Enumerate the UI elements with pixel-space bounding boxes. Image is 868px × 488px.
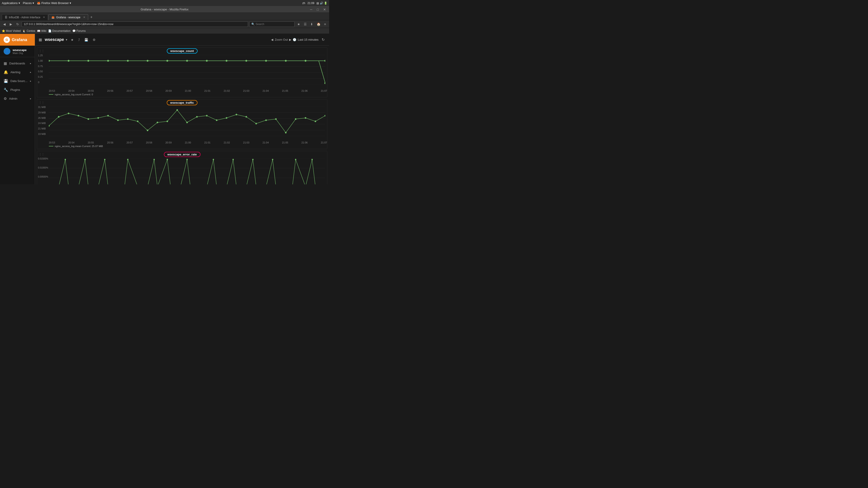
datasources-label: Data Sourc... bbox=[10, 79, 28, 83]
settings-dashboard-icon[interactable]: ⚙ bbox=[92, 37, 96, 42]
y-label-traffic-2: 26 MiB bbox=[38, 117, 46, 119]
places-arrow: ▾ bbox=[33, 1, 34, 5]
places-menu[interactable]: Places ▾ bbox=[23, 1, 34, 5]
clock-icon: 🕐 bbox=[293, 38, 296, 41]
user-avatar: 👤 bbox=[4, 48, 10, 55]
sidebar-item-dashboards[interactable]: ▦ Dashboards ▸ bbox=[0, 59, 35, 68]
chart-svg-count bbox=[49, 55, 325, 84]
star-dashboard-icon[interactable]: ★ bbox=[70, 37, 74, 42]
tab-grafana-close[interactable]: ✕ bbox=[83, 16, 85, 19]
admin-icon: ⚙ bbox=[4, 96, 7, 101]
legend-text-traffic: nginx_access_log.mean Current: 25.07 MiB bbox=[55, 145, 103, 148]
close-button[interactable]: ✕ bbox=[322, 8, 327, 11]
places-label: Places bbox=[23, 1, 32, 5]
svg-point-48 bbox=[236, 114, 237, 116]
browser-arrow: ▾ bbox=[70, 1, 71, 5]
svg-point-19 bbox=[305, 60, 307, 62]
tab-influxdb[interactable]: 🗄 InfluxDB - Admin Interface ✕ bbox=[2, 14, 48, 20]
svg-point-37 bbox=[127, 119, 129, 120]
bookmark-most-visited[interactable]: ⭐ Most Visited bbox=[2, 29, 21, 33]
tray-icons: ▤ 🔊 🔋 bbox=[316, 2, 327, 5]
legend-count: nginx_access_log.count Current: 0 bbox=[37, 92, 327, 97]
svg-point-50 bbox=[255, 123, 257, 125]
menu-icon[interactable]: ≡ bbox=[323, 22, 327, 26]
os-topbar: Applications ▾ Places ▾ 🦊 Firefox Web Br… bbox=[0, 0, 329, 6]
sidebar-item-alerting[interactable]: 🔔 Alerting ▸ bbox=[0, 68, 35, 76]
sidebar-logo[interactable]: G Grafana bbox=[0, 34, 35, 46]
svg-point-45 bbox=[206, 115, 208, 117]
search-icon: 🔍 bbox=[251, 23, 255, 26]
sidebar-item-plugins[interactable]: 🔧 Plugins bbox=[0, 86, 35, 94]
browser-title: Grafana - wsescape - Mozilla Firefox bbox=[141, 8, 188, 11]
bookmark-wiki[interactable]: 📖 Wiki bbox=[37, 29, 46, 33]
share-dashboard-icon[interactable]: ⤴ bbox=[77, 37, 81, 42]
grid-icon: ▦ bbox=[39, 37, 42, 42]
svg-point-13 bbox=[186, 60, 188, 62]
alerting-icon: 🔔 bbox=[4, 70, 8, 74]
prev-time-icon[interactable]: ◀ bbox=[271, 38, 273, 41]
panel-drag-traffic[interactable]: ⋮⋮ bbox=[39, 101, 44, 104]
browser-titlebar: Grafana - wsescape - Mozilla Firefox ─ □… bbox=[0, 6, 329, 13]
address-bar[interactable] bbox=[22, 22, 248, 27]
download-icon[interactable]: ⬇ bbox=[309, 22, 314, 26]
y-labels-traffic: 31 MiB 29 MiB 26 MiB 24 MiB 21 MiB 19 Mi… bbox=[38, 106, 46, 135]
bookmark-manage-icon[interactable]: ☰ bbox=[303, 22, 308, 26]
firefox-icon: 🦊 bbox=[37, 1, 40, 5]
sidebar-item-admin[interactable]: ⚙ Admin ▸ bbox=[0, 94, 35, 103]
svg-point-100 bbox=[252, 159, 254, 160]
svg-point-93 bbox=[104, 159, 105, 160]
tab-influxdb-close[interactable]: ✕ bbox=[43, 16, 45, 19]
os-topbar-left: Applications ▾ Places ▾ 🦊 Firefox Web Br… bbox=[2, 1, 71, 5]
svg-point-36 bbox=[117, 120, 119, 121]
panel-drag-error[interactable]: ⋮⋮ bbox=[39, 153, 44, 156]
minimize-button[interactable]: ─ bbox=[309, 8, 314, 11]
save-dashboard-icon[interactable]: 💾 bbox=[84, 37, 89, 42]
reload-button[interactable]: ↻ bbox=[15, 22, 20, 26]
legend-text-count: nginx_access_log.count Current: 0 bbox=[55, 93, 93, 96]
browser-launcher[interactable]: 🦊 Firefox Web Browser ▾ bbox=[37, 1, 71, 5]
svg-point-56 bbox=[315, 121, 316, 122]
panel-header-count: ⋮⋮ wsescape_count bbox=[37, 48, 327, 54]
tab-grafana[interactable]: 🦊 Grafana - wsescape ✕ bbox=[49, 14, 88, 20]
y-label-count-4: 0.25 bbox=[38, 75, 43, 78]
svg-point-9 bbox=[107, 60, 109, 62]
bookmarks-bar: ⭐ Most Visited 🐧 Centos 📖 Wiki 📄 Documen… bbox=[0, 28, 329, 34]
maximize-button[interactable]: □ bbox=[315, 8, 320, 11]
back-button[interactable]: ◀ bbox=[2, 22, 7, 26]
time-range-control[interactable]: ◀ Zoom Out ▶ 🕐 Last 15 minutes bbox=[271, 38, 318, 41]
svg-point-47 bbox=[226, 117, 227, 119]
bookmark-forums[interactable]: 💬 Forums bbox=[72, 29, 86, 33]
svg-point-20 bbox=[324, 60, 325, 62]
panel-title-traffic: wsescape_traffic bbox=[166, 100, 197, 105]
svg-point-49 bbox=[246, 116, 247, 118]
admin-label: Admin bbox=[9, 97, 18, 100]
main-content: ▦ wsescape ▾ ★ ⤴ 💾 ⚙ ◀ Zoom Out ▶ 🕐 Last… bbox=[35, 34, 329, 184]
sidebar-item-datasources[interactable]: 💾 Data Sourc... ▸ bbox=[0, 76, 35, 86]
home-icon[interactable]: 🏠 bbox=[315, 22, 322, 26]
admin-arrow: ▸ bbox=[30, 97, 31, 100]
forward-button[interactable]: ▶ bbox=[8, 22, 13, 26]
y-labels-error: 0.01500% 0.01000% 0.00500% 0% bbox=[38, 158, 48, 184]
bookmark-centos[interactable]: 🐧 Centos bbox=[22, 29, 35, 33]
svg-point-8 bbox=[88, 60, 89, 62]
bookmark-star-icon[interactable]: ★ bbox=[296, 22, 302, 26]
svg-point-12 bbox=[166, 60, 168, 62]
y-label-traffic-3: 24 MiB bbox=[38, 122, 46, 125]
header-actions: ◀ Zoom Out ▶ 🕐 Last 15 minutes ↻ bbox=[271, 37, 326, 43]
applications-menu[interactable]: Applications ▾ bbox=[2, 1, 20, 5]
bookmark-documentation[interactable]: 📄 Documentation bbox=[48, 29, 70, 33]
svg-point-52 bbox=[275, 119, 277, 120]
new-tab-button[interactable]: + bbox=[89, 14, 94, 20]
y-label-count-1: 1.00 bbox=[38, 59, 43, 62]
next-time-icon[interactable]: ▶ bbox=[289, 38, 291, 41]
browser-label: Firefox Web Browser bbox=[41, 1, 69, 5]
search-bar-container: 🔍 bbox=[249, 22, 294, 27]
panel-drag-count[interactable]: ⋮⋮ bbox=[39, 49, 44, 53]
datasources-icon: 💾 bbox=[4, 79, 8, 83]
svg-line-21 bbox=[319, 61, 325, 83]
refresh-icon[interactable]: ↻ bbox=[321, 37, 326, 43]
locale-indicator: zh bbox=[303, 2, 305, 5]
search-input[interactable] bbox=[256, 23, 289, 26]
y-label-error-0: 0.01500% bbox=[38, 158, 48, 160]
dashboard-title[interactable]: wsescape ▾ bbox=[45, 37, 67, 42]
